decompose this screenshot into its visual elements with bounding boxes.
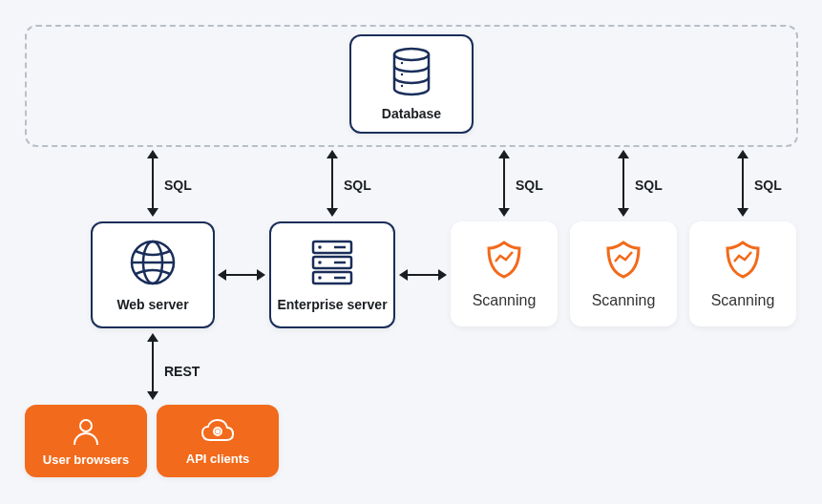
- server-icon: [307, 238, 357, 287]
- shield-icon: [483, 239, 525, 281]
- shield-icon: [722, 239, 764, 281]
- scanning-3-label: Scanning: [711, 292, 775, 309]
- enterprise-server-label: Enterprise server: [277, 297, 387, 312]
- label-rest: REST: [164, 364, 200, 379]
- architecture-diagram: Database Web server: [0, 0, 822, 504]
- node-enterprise-server: Enterprise server: [269, 221, 395, 328]
- arrow-db-scan3: [742, 158, 744, 208]
- arrow-db-web: [152, 158, 154, 208]
- arrow-web-enterprise: [226, 274, 257, 276]
- database-label: Database: [382, 106, 441, 121]
- arrow-web-clients: [152, 342, 154, 391]
- scanning-1-label: Scanning: [473, 292, 537, 309]
- svg-point-10: [318, 245, 322, 249]
- user-browsers-label: User browsers: [43, 452, 129, 467]
- svg-point-0: [394, 49, 429, 60]
- svg-point-1: [401, 62, 403, 64]
- svg-point-12: [318, 276, 322, 280]
- svg-point-18: [217, 430, 220, 432]
- node-scanning-1: Scanning: [451, 221, 558, 326]
- label-sql-scan1: SQL: [516, 178, 543, 193]
- node-web-server: Web server: [91, 221, 215, 328]
- svg-point-11: [318, 261, 322, 264]
- arrow-db-enterprise: [331, 158, 333, 208]
- label-sql-web: SQL: [164, 178, 192, 193]
- arrow-db-scan2: [622, 158, 624, 208]
- label-sql-enterprise: SQL: [344, 178, 371, 193]
- node-database: Database: [349, 34, 474, 134]
- svg-point-3: [401, 85, 403, 87]
- cloud-gear-icon: [200, 417, 236, 446]
- scanning-2-label: Scanning: [592, 292, 656, 309]
- shield-icon: [602, 239, 644, 281]
- api-clients-label: API clients: [186, 452, 249, 466]
- svg-point-16: [80, 420, 92, 431]
- arrow-enterprise-scan: [408, 274, 438, 276]
- node-user-browsers: User browsers: [25, 405, 147, 477]
- web-server-label: Web server: [116, 297, 188, 312]
- user-icon: [71, 416, 101, 447]
- label-sql-scan3: SQL: [754, 178, 782, 193]
- globe-icon: [128, 238, 178, 287]
- label-sql-scan2: SQL: [635, 178, 663, 193]
- node-api-clients: API clients: [157, 405, 279, 477]
- arrow-db-scan1: [503, 158, 505, 208]
- database-icon: [390, 47, 433, 96]
- svg-point-2: [401, 74, 403, 75]
- node-scanning-2: Scanning: [570, 221, 677, 326]
- node-scanning-3: Scanning: [689, 221, 796, 326]
